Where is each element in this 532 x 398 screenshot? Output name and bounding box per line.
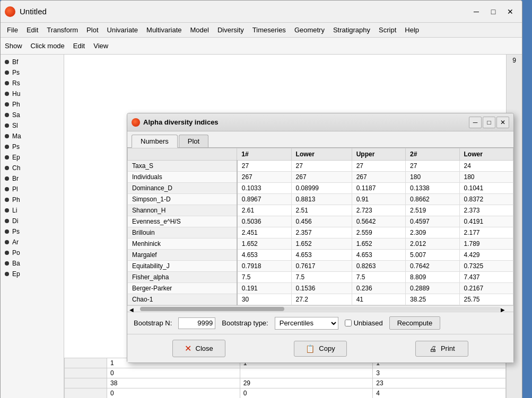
title-bar: Untitled ─ □ ✕ — [1, 1, 522, 23]
menu-edit[interactable]: Edit — [22, 25, 42, 35]
menu-transform[interactable]: Transform — [42, 25, 82, 35]
cell-col2-5: 0.4597 — [406, 216, 459, 227]
sidebar-label-6: Sl — [12, 122, 18, 129]
cell-col2-4: 2.519 — [406, 205, 459, 216]
menu-geometry[interactable]: Geometry — [290, 25, 329, 35]
scroll-right-button[interactable]: ▶ — [501, 307, 511, 311]
cell-upper-1: 267 — [352, 172, 405, 183]
scroll-track[interactable] — [140, 307, 501, 311]
cell-lower2-10: 7.437 — [459, 272, 513, 283]
sidebar-label-15: Di — [12, 217, 18, 225]
sidebar-item-14: Li — [1, 205, 64, 216]
sidebar-label-2: Rs — [12, 79, 20, 87]
table-row: Taxa_S 27 27 27 27 24 — [128, 161, 513, 172]
cell-lower1-6: 2.357 — [291, 227, 352, 238]
cell-lower2-0: 24 — [459, 161, 513, 172]
menu-stratigraphy[interactable]: Stratigraphy — [329, 25, 374, 35]
minimize-button[interactable]: ─ — [469, 4, 484, 19]
cell-lower2-5: 0.4191 — [459, 216, 513, 227]
bootstrap-n-input[interactable] — [178, 317, 215, 329]
sidebar-item-6: Sl — [1, 120, 64, 131]
dialog-close-button[interactable]: ✕ — [496, 117, 509, 128]
menu-help[interactable]: Help — [400, 25, 423, 35]
dot-icon — [5, 145, 9, 149]
table-row: Berger-Parker 0.191 0.1536 0.236 0.2889 … — [128, 283, 513, 294]
sidebar-label-0: Bf — [12, 58, 18, 66]
toolbar: Show Click mode Edit View — [1, 38, 522, 55]
close-button[interactable]: ✕ Close — [172, 340, 225, 357]
cell-lower1-0: 27 — [291, 161, 352, 172]
dot-icon — [5, 81, 9, 85]
sidebar-item-8: Ps — [1, 141, 64, 152]
dialog-maximize-button[interactable]: □ — [483, 117, 495, 128]
cell-lower2-2: 0.1041 — [459, 183, 513, 194]
cell-lower1-9: 0.7617 — [291, 261, 352, 272]
dialog-title-bar: Alpha diversity indices ─ □ ✕ — [127, 113, 513, 131]
sidebar-item-0: Bf — [1, 57, 64, 67]
cell-lower1-10: 7.5 — [291, 272, 352, 283]
dialog-tabs: Numbers Plot — [127, 131, 513, 148]
sidebar-label-19: Ba — [12, 260, 20, 267]
recompute-button[interactable]: Recompute — [389, 316, 440, 330]
cell-col1-5: 0.5036 — [237, 216, 291, 227]
maximize-button[interactable]: □ — [486, 4, 501, 19]
sidebar-label-12: Pl — [12, 185, 18, 193]
col-header-lower1: Lower — [291, 148, 352, 161]
toolbar-view: View — [93, 42, 108, 50]
sidebar-item-4: Ph — [1, 99, 64, 110]
cell-lower1-3: 0.8813 — [291, 194, 352, 205]
sidebar-item-17: Ar — [1, 237, 64, 247]
menu-plot[interactable]: Plot — [82, 25, 102, 35]
tab-plot[interactable]: Plot — [179, 135, 208, 147]
row-label-9: Equitability_J — [128, 261, 237, 272]
cell-col2-1: 180 — [406, 172, 459, 183]
cell-upper-8: 4.653 — [352, 250, 405, 261]
unbiased-checkbox[interactable] — [345, 320, 352, 326]
menu-script[interactable]: Script — [374, 25, 400, 35]
action-buttons: ✕ Close 📋 Copy 🖨 Print — [127, 334, 513, 362]
cell-lower1-1: 267 — [291, 172, 352, 183]
dot-icon — [5, 92, 9, 96]
table-row: 0 0 4 — [65, 388, 506, 399]
cell-upper-11: 0.236 — [352, 283, 405, 294]
dot-icon — [5, 198, 9, 202]
menu-multivariate[interactable]: Multivariate — [142, 25, 186, 35]
copy-button[interactable]: 📋 Copy — [294, 341, 347, 357]
print-button[interactable]: 🖨 Print — [415, 341, 468, 357]
sidebar-item-16: Ps — [1, 226, 64, 237]
cell-lower2-8: 4.429 — [459, 250, 513, 261]
table-row: 0 3 — [65, 368, 506, 378]
sidebar-item-7: Ma — [1, 131, 64, 141]
menu-univariate[interactable]: Univariate — [103, 25, 143, 35]
scroll-thumb[interactable] — [140, 307, 284, 311]
tab-numbers[interactable]: Numbers — [132, 135, 178, 148]
sidebar-item-12: Pl — [1, 184, 64, 194]
table-row: Menhinick 1.652 1.652 1.652 2.012 1.789 — [128, 238, 513, 250]
table-row: Equitability_J 0.7918 0.7617 0.8263 0.76… — [128, 261, 513, 272]
cell-col2-12: 38.25 — [406, 294, 459, 305]
cell-upper-7: 1.652 — [352, 238, 405, 250]
dot-icon — [5, 113, 9, 117]
content-area: Bf Ps Rs Hu Ph Sa — [1, 55, 522, 398]
cell-col1-6: 2.451 — [237, 227, 291, 238]
table-row: Simpson_1-D 0.8967 0.8813 0.91 0.8662 0.… — [128, 194, 513, 205]
menu-model[interactable]: Model — [186, 25, 213, 35]
dot-icon — [5, 229, 9, 234]
toolbar-edit: Edit — [73, 42, 85, 50]
scroll-left-button[interactable]: ◀ — [129, 307, 140, 311]
sidebar: Bf Ps Rs Hu Ph Sa — [1, 55, 64, 398]
dot-icon — [5, 123, 9, 128]
horizontal-scrollbar[interactable]: ◀ ▶ — [127, 306, 513, 312]
close-button[interactable]: ✕ — [503, 4, 518, 19]
cell-col2-2: 0.1338 — [406, 183, 459, 194]
bootstrap-type-select[interactable]: Percentiles BCa Normal — [275, 317, 338, 330]
data-table-container[interactable]: 1# Lower Upper 2# Lower Taxa_S 27 27 27 … — [127, 148, 513, 306]
menu-diversity[interactable]: Diversity — [213, 25, 248, 35]
menu-file[interactable]: File — [3, 25, 22, 35]
table-row: 38 29 23 — [65, 378, 506, 388]
dialog-minimize-button[interactable]: ─ — [469, 117, 482, 128]
col-header-label — [128, 148, 237, 161]
menu-timeseries[interactable]: Timeseries — [248, 25, 290, 35]
sidebar-item-11: Br — [1, 173, 64, 184]
sidebar-label-17: Ar — [12, 238, 19, 246]
